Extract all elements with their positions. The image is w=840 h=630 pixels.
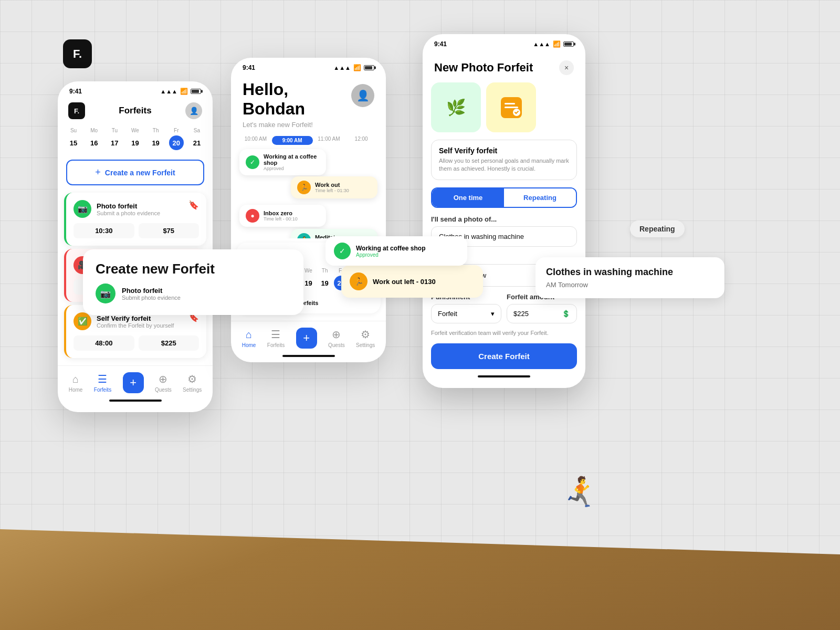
event-inbox-sub: Time left - 00:10 [264, 216, 298, 222]
coffee-card-title: Working at coffee shop [356, 245, 425, 252]
phone1-forfeits-list: 9:41 ▲▲▲ 📶 F. Forfeits 👤 Su 15 [58, 81, 213, 412]
hello-section: Hello, Bohdan Let's make new Forfeit! 👤 [231, 75, 386, 136]
modal-header: New Photo Forfeit × [423, 51, 585, 82]
punishment-value: Forfeit [438, 310, 457, 318]
event-coffee-sub: Approved [264, 166, 320, 171]
photo-forfeit-row: 📷 Photo forfeit Submit photo evidence [96, 284, 291, 303]
nav-home-phone2[interactable]: ⌂ Home [242, 329, 256, 348]
status-time-phone2: 9:41 [243, 64, 255, 71]
coffee-card-sub: Approved [356, 252, 425, 258]
nav-home-phone1[interactable]: ⌂ Home [69, 373, 83, 393]
punishment-select[interactable]: Forfeit ▾ [431, 304, 501, 323]
status-bar-phone3: 9:41 ▲▲▲ 📶 [423, 34, 585, 51]
one-time-toggle[interactable]: One time [432, 188, 504, 207]
nav-quests-phone1[interactable]: ⊕ Quests [155, 373, 172, 393]
photo-forfeit-card-name: Photo forfeit [122, 287, 181, 295]
cal-day-th[interactable]: Th 19 [149, 128, 163, 150]
cal-day-mo[interactable]: Mo 16 [87, 128, 101, 150]
create-btn-label: Create a new Forfeit [105, 169, 175, 177]
event-dot-inbox: ● [246, 209, 259, 223]
repeating-toggle[interactable]: Repeating [504, 188, 576, 207]
time-label-3: 11:00 AM [313, 136, 345, 145]
phone2-home: 9:41 ▲▲▲ 📶 Hello, Bohdan Let's make new … [231, 58, 386, 362]
cal-day-su[interactable]: Su 15 [66, 128, 81, 150]
event-dot-workout: 🏃 [297, 181, 311, 194]
bottom-nav-phone2: ⌂ Home ☰ Forfeits + ⊕ Quests ⚙ Settings [231, 321, 386, 351]
dollar-icon: 💲 [562, 310, 570, 318]
amount-input[interactable]: $225 💲 [507, 304, 577, 323]
nav-plus-phone1[interactable]: + [123, 372, 144, 393]
bookmark-icon-photo: 🔖 [188, 200, 199, 210]
signal-icon-phone2: ▲▲▲ [333, 65, 351, 71]
punishment-amount-row: Punishment Forfeit ▾ Forfeit amount $225… [423, 293, 585, 330]
greeting-sub: Let's make new Forfeit! [243, 121, 313, 129]
forfeit-photo-icon: 📷 [74, 200, 91, 218]
event-inbox[interactable]: ● Inbox zero Time left - 00:10 [239, 205, 326, 227]
app-logo: F. [63, 39, 92, 68]
signal-icon-phone1: ▲▲▲ [160, 88, 177, 94]
timeline-events: ✓ Working at a coffee shop Approved 🏃 Wo… [231, 149, 386, 233]
user-avatar-phone2[interactable]: 👤 [351, 84, 374, 107]
coffee-shop-card: ✓ Working at coffee shop Approved [326, 236, 467, 266]
workout-card-title: Work out left - 0130 [373, 278, 436, 286]
greeting-text: Hello, Bohdan [243, 80, 313, 119]
status-bar-phone2: 9:41 ▲▲▲ 📶 [231, 58, 386, 75]
nav-forfeits-phone2[interactable]: ☰ Forfeits [267, 328, 285, 348]
quests-icon-phone2: ⊕ [332, 328, 341, 341]
forfeit-type-selector: 🌿 [423, 82, 585, 140]
battery-icon-phone2 [364, 65, 374, 70]
event-inbox-title: Inbox zero [264, 210, 298, 216]
self-verify-info-box: Self Verify forfeit Allow you to set per… [431, 140, 577, 180]
signal-icon-phone3: ▲▲▲ [533, 41, 550, 47]
today-cal-th[interactable]: Th 19 [318, 268, 332, 290]
svg-rect-2 [505, 107, 518, 108]
forfeit-photo-sub: Submit a photo evidence [97, 210, 160, 216]
nav-quests-phone2[interactable]: ⊕ Quests [328, 328, 345, 348]
event-coffee-title: Working at a coffee shop [264, 153, 320, 166]
clothes-sub: AM Tomorrow [546, 281, 714, 289]
home-indicator-phone2 [282, 355, 335, 357]
home-indicator-phone1 [109, 400, 162, 402]
status-time-phone3: 9:41 [434, 40, 447, 48]
event-dot-meditate: 🧘 [297, 233, 311, 238]
cal-day-sa[interactable]: Sa 21 [190, 128, 204, 150]
phone1-app-logo: F. [68, 102, 85, 119]
nav-plus-phone2[interactable]: + [296, 328, 317, 349]
workout-card-icon: 🏃 [350, 272, 368, 290]
cal-day-we[interactable]: We 19 [128, 128, 142, 150]
cal-day-tu[interactable]: Tu 17 [107, 128, 122, 150]
nav-settings-phone1[interactable]: ⚙ Settings [183, 373, 202, 393]
clothes-title: Clothes in washing machine [546, 267, 714, 278]
home-indicator-phone3 [478, 375, 530, 377]
forfeit-type-green-card[interactable]: 🌿 [431, 82, 481, 132]
create-new-forfeit-button[interactable]: + Create a new Forfeit [66, 160, 204, 185]
svg-rect-1 [505, 103, 515, 104]
forfeit-type-yellow-card[interactable] [486, 82, 536, 132]
phone1-header: F. Forfeits 👤 [58, 98, 213, 125]
event-coffee-shop[interactable]: ✓ Working at a coffee shop Approved [239, 149, 326, 175]
time-label-1: 10:00 AM [239, 136, 272, 145]
create-forfeit-card-title: Create new Forfeit [96, 261, 291, 277]
cal-day-fr-active[interactable]: Fr 20 [169, 128, 184, 150]
user-avatar-phone1[interactable]: 👤 [185, 102, 202, 119]
repeating-badge: Repeating [630, 220, 685, 237]
forfeits-icon-phone1: ☰ [98, 373, 107, 385]
event-workout-title: Work out [315, 182, 349, 188]
wifi-icon-phone3: 📶 [553, 40, 561, 48]
frequency-toggle[interactable]: One time Repeating [431, 187, 577, 208]
modal-close-button[interactable]: × [559, 60, 574, 75]
nav-settings-phone2[interactable]: ⚙ Settings [356, 328, 375, 348]
wifi-icon-phone1: 📶 [180, 88, 188, 95]
forfeit-card-photo[interactable]: 📷 Photo forfeit Submit a photo evidence … [64, 193, 206, 246]
self-verify-description: Allow you to set personal goals and manu… [439, 157, 569, 173]
time-label-active: 9:00 AM [272, 136, 313, 145]
forfeit-selfverify-time: 48:00 [74, 335, 134, 351]
nav-forfeits-phone1[interactable]: ☰ Forfeits [94, 373, 111, 393]
chevron-down-icon-punishment: ▾ [491, 310, 495, 318]
event-dot-coffee: ✓ [246, 155, 259, 169]
event-workout[interactable]: 🏃 Work out Time left - 01:30 [291, 176, 377, 198]
forfeit-photo-name: Photo forfeit [97, 202, 160, 210]
quests-icon-phone1: ⊕ [159, 373, 167, 385]
create-forfeit-button[interactable]: Create Forfeit [431, 343, 577, 369]
home-icon-phone2: ⌂ [246, 329, 252, 341]
